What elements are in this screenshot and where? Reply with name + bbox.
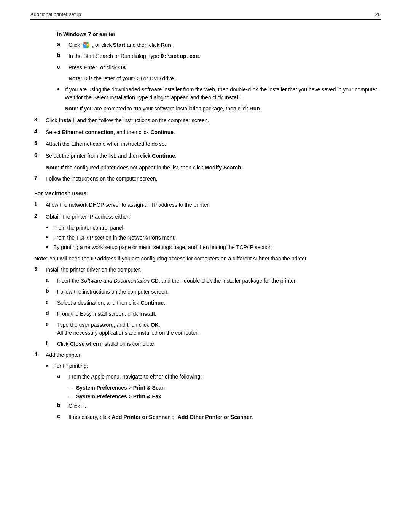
- mac-step-3a: a Insert the Software and Documentation …: [46, 277, 381, 285]
- note-dvd: Note: D is the letter of your CD or DVD …: [68, 75, 381, 83]
- windows-icon: [82, 41, 90, 49]
- ip-step-a-label: a: [57, 373, 68, 379]
- step-c-label: c: [57, 64, 68, 70]
- plus-bold: +: [81, 403, 84, 409]
- bullet-installer: • If you are using the downloaded softwa…: [57, 86, 381, 102]
- mac-step-4-num: 4: [34, 351, 46, 357]
- step-3-text: Click Install, and then follow the instr…: [46, 117, 381, 125]
- install-bold: Install: [224, 94, 239, 101]
- step-6-num: 6: [34, 152, 46, 158]
- bullet-printing-text: By printing a network setup page or menu…: [53, 243, 381, 251]
- mac-step-3-substeps: a Insert the Software and Documentation …: [46, 277, 381, 348]
- add-printer-bullets: • For IP printing: a From the Apple menu…: [46, 362, 381, 421]
- mac-step-3-text: Install the printer driver on the comput…: [46, 266, 381, 274]
- step-4-text: Select Ethernet connection, and then cli…: [46, 128, 381, 136]
- continue-bold: Continue: [150, 129, 174, 135]
- step-5-num: 5: [34, 140, 46, 146]
- continue-bold3: Continue: [140, 300, 164, 306]
- main-step-4: 4 Select Ethernet connection, and then c…: [34, 128, 381, 136]
- dash1-text: System Preferences > Print & Scan: [76, 384, 165, 392]
- step-6-text: Select the printer from the list, and th…: [46, 152, 381, 160]
- mac-step-2: 2 Obtain the printer IP address either:: [34, 213, 381, 221]
- bullet-tcp-ip: • From the TCP/IP section in the Network…: [46, 234, 381, 242]
- software-italic: Software and Documentation: [81, 278, 150, 284]
- run-bold2: Run: [250, 105, 260, 112]
- mac-step-3e-text: Type the user password, and then click O…: [57, 321, 381, 337]
- mac-step-3b-text: Follow the instructions on the computer …: [57, 288, 381, 296]
- note-subnet: Note: You will need the IP address if yo…: [34, 255, 381, 263]
- bullet-control-panel: • From the printer control panel: [46, 224, 381, 232]
- ip-step-a: a From the Apple menu, navigate to eithe…: [57, 373, 381, 381]
- command-text: D:\setup.exe: [161, 53, 199, 59]
- mac-step-2-text: Obtain the printer IP address either:: [46, 213, 381, 221]
- note-run: Note: If you are prompted to run your so…: [65, 105, 381, 113]
- step-a: a Click: [57, 41, 381, 49]
- main-step-3: 3 Click Install, and then follow the ins…: [34, 117, 381, 125]
- mac-step-2-num: 2: [34, 213, 46, 219]
- ethernet-bold: Ethernet connection: [62, 129, 113, 135]
- print-fax-bold: Print & Fax: [133, 393, 161, 399]
- page-content: In Windows 7 or earlier a Click: [30, 31, 381, 421]
- install-bold3: Install: [59, 117, 74, 123]
- main-step-6: 6 Select the printer from the list, and …: [34, 152, 381, 160]
- mac-step-1-text: Allow the network DHCP server to assign …: [46, 201, 381, 209]
- mac-step-3c-text: Select a destination, and then click Con…: [57, 299, 381, 307]
- bullet-dot2: •: [46, 224, 53, 232]
- page-header: Additional printer setup 26: [30, 11, 381, 20]
- dash-item-1: – System Preferences > Print & Scan: [68, 384, 381, 392]
- main-steps: 3 Click Install, and then follow the ins…: [34, 117, 381, 183]
- start-bold: Start: [113, 42, 125, 48]
- page-header-title: Additional printer setup: [30, 11, 81, 17]
- note-label3: Note:: [34, 256, 48, 262]
- step-7-num: 7: [34, 175, 46, 181]
- ip-step-a-text: From the Apple menu, navigate to either …: [68, 373, 381, 381]
- mac-step-3a-label: a: [46, 277, 57, 283]
- mac-step-4: 4 Add the printer.: [34, 351, 381, 359]
- mac-step-3b: b Follow the instructions on the compute…: [46, 288, 381, 296]
- step-b: b In the Start Search or Run dialog, typ…: [57, 52, 381, 61]
- add-printer-bold: Add Printer or Scanner: [112, 414, 170, 420]
- windows7-section: In Windows 7 or earlier a Click: [57, 31, 381, 113]
- dash2-text: System Preferences > Print & Fax: [76, 393, 161, 401]
- add-other-bold: Add Other Printer or Scanner: [178, 414, 252, 420]
- page-number: 26: [375, 11, 381, 17]
- mac-step-3e-label: e: [46, 321, 57, 327]
- mac-step-3-num: 3: [34, 266, 46, 272]
- ip-step-c-text: If necessary, click Add Printer or Scann…: [68, 413, 381, 421]
- step-c-text: Press Enter, or click OK.: [68, 64, 381, 72]
- mac-step-3c-label: c: [46, 299, 57, 305]
- note-label2: Note:: [46, 165, 59, 171]
- dash-item-2: – System Preferences > Print & Fax: [68, 393, 381, 401]
- mac-step-3e: e Type the user password, and then click…: [46, 321, 381, 337]
- note-modify-search: Note: If the configured printer does not…: [46, 164, 381, 172]
- sys-pref-bold1: System Preferences: [76, 385, 127, 391]
- bullet-ip-printing-text: For IP printing:: [53, 362, 381, 370]
- main-step-7: 7 Follow the instructions on the compute…: [34, 175, 381, 183]
- mac-step-1-num: 1: [34, 201, 46, 207]
- continue-bold2: Continue: [152, 153, 175, 159]
- run-bold: Run: [161, 42, 171, 48]
- note-run-label: Note:: [65, 105, 78, 112]
- step-a-label: a: [57, 41, 68, 47]
- note-label: Note:: [68, 75, 82, 81]
- bullet-tcp-ip-text: From the TCP/IP section in the Network/P…: [53, 234, 381, 242]
- ip-step-b-label: b: [57, 402, 68, 408]
- bullet-dot3: •: [46, 234, 53, 242]
- step-7-text: Follow the instructions on the computer …: [46, 175, 381, 183]
- ip-step-b-text: Click +.: [68, 402, 381, 410]
- mac-step-3b-label: b: [46, 288, 57, 294]
- print-scan-bold: Print & Scan: [133, 385, 165, 391]
- modify-search-bold: Modify Search: [205, 165, 241, 171]
- mac-step-3d: d From the Easy Install screen, click In…: [46, 310, 381, 318]
- ip-printing-substeps: a From the Apple menu, navigate to eithe…: [57, 373, 381, 421]
- ok-bold: OK: [118, 64, 126, 70]
- install-bold4: Install: [139, 311, 155, 317]
- mac-step-1: 1 Allow the network DHCP server to assig…: [34, 201, 381, 209]
- mac-step-4-text: Add the printer.: [46, 351, 381, 359]
- dash1: –: [68, 384, 76, 392]
- dash2: –: [68, 393, 76, 401]
- mac-heading: For Macintosh users: [34, 190, 381, 197]
- step-a-text: Click , or click Start: [68, 41, 381, 49]
- dash-items: – System Preferences > Print & Scan – Sy…: [68, 384, 381, 401]
- bullet-ip-printing: • For IP printing:: [46, 362, 381, 371]
